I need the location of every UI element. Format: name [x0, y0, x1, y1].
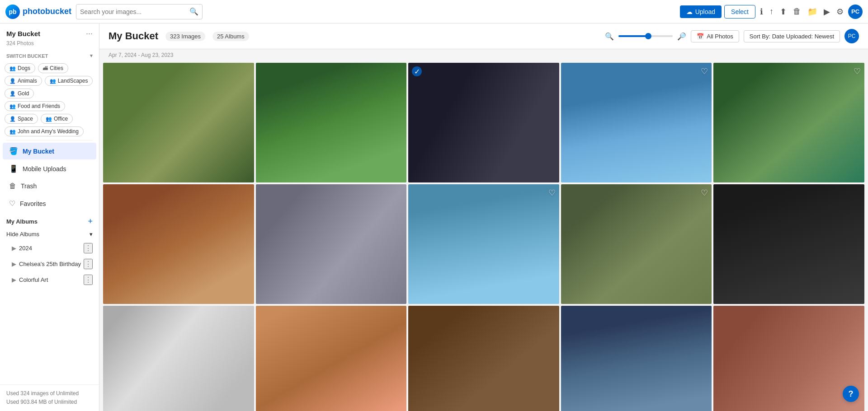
- album-expand-icon: ▶: [12, 276, 16, 283]
- trash-nav-icon: 🗑: [9, 182, 16, 190]
- tag-icon: 🏙: [43, 65, 48, 71]
- album-count-badge: 25 Albums: [212, 32, 249, 41]
- album-more-button[interactable]: ⋮: [84, 243, 93, 253]
- sidebar-item-my-bucket[interactable]: 🪣 My Bucket: [3, 143, 96, 159]
- photo-card[interactable]: ♡: [561, 184, 712, 304]
- photo-card[interactable]: ♡: [408, 184, 559, 304]
- photo-card[interactable]: [256, 63, 407, 182]
- tag-office[interactable]: 👥 Office: [41, 114, 73, 124]
- photo-card[interactable]: ✓: [408, 63, 559, 182]
- hide-albums-toggle[interactable]: Hide Albums ▾: [0, 228, 99, 240]
- photo-card[interactable]: [103, 184, 254, 304]
- info-button[interactable]: ℹ: [758, 5, 765, 19]
- upload-icon: ☁: [686, 8, 693, 15]
- tag-cities[interactable]: 🏙 Cities: [38, 63, 68, 73]
- album-tags-container: 👥 Dogs 🏙 Cities 👤 Animals 👥 LandScapes 👤…: [0, 61, 99, 138]
- bucket-name: My Bucket: [6, 30, 40, 37]
- tag-space[interactable]: 👤 Space: [5, 114, 38, 124]
- folder-button[interactable]: 📁: [806, 5, 819, 19]
- calendar-icon: 📅: [697, 33, 704, 40]
- sidebar-item-mobile-uploads[interactable]: 📱 Mobile Uploads: [3, 160, 96, 177]
- content-user-avatar[interactable]: PC: [844, 29, 859, 43]
- switch-bucket-toggle[interactable]: SWITCH BUCKET ▾: [0, 50, 99, 61]
- photo-card[interactable]: [408, 306, 559, 411]
- sort-button[interactable]: Sort By: Date Uploaded: Newest: [744, 30, 840, 42]
- album-item-2024[interactable]: ▶ 2024 ⋮: [0, 240, 99, 256]
- zoom-slider-track[interactable]: [618, 35, 673, 37]
- tag-landscapes[interactable]: 👥 LandScapes: [45, 76, 93, 86]
- album-more-button[interactable]: ⋮: [84, 275, 93, 285]
- content-header: My Bucket 323 Images 25 Albums 🔍 🔎 📅 All…: [99, 23, 868, 49]
- sidebar: My Bucket ··· 324 Photos SWITCH BUCKET ▾…: [0, 23, 99, 411]
- chevron-down-icon: ▾: [90, 231, 93, 238]
- tag-icon: 👤: [9, 116, 16, 122]
- photo-card[interactable]: ♡: [561, 63, 712, 182]
- tag-icon: 👥: [9, 65, 16, 71]
- top-navigation: pb photobucket 🔍 ☁ Upload Select ℹ ↑ ⬆ 🗑…: [0, 0, 868, 23]
- photo-count: 324 Photos: [0, 40, 99, 50]
- tag-icon: 👥: [9, 103, 16, 109]
- storage-images-text: Used 324 images of Unlimited: [6, 389, 93, 398]
- my-albums-section: My Albums +: [0, 212, 99, 228]
- sidebar-item-trash[interactable]: 🗑 Trash: [3, 178, 96, 194]
- photo-card[interactable]: [103, 63, 254, 182]
- trash-button[interactable]: 🗑: [791, 5, 803, 18]
- zoom-in-icon[interactable]: 🔎: [677, 32, 686, 41]
- album-more-button[interactable]: ⋮: [84, 259, 93, 269]
- image-count-badge: 323 Images: [165, 32, 205, 41]
- search-button[interactable]: 🔍: [189, 7, 198, 16]
- album-item-colorful-art[interactable]: ▶ Colorful Art ⋮: [0, 272, 99, 288]
- zoom-out-icon[interactable]: 🔍: [605, 32, 614, 41]
- cloud-button[interactable]: ⬆: [778, 5, 788, 19]
- photo-heart-icon[interactable]: ♡: [701, 66, 708, 76]
- photo-card[interactable]: [256, 184, 407, 304]
- mobile-icon: 📱: [9, 164, 18, 173]
- photo-card[interactable]: [103, 306, 254, 411]
- tag-icon: 👥: [9, 129, 16, 135]
- album-expand-icon: ▶: [12, 261, 16, 267]
- all-photos-filter-button[interactable]: 📅 All Photos: [691, 30, 739, 42]
- zoom-slider-thumb[interactable]: [645, 33, 651, 39]
- select-button[interactable]: Select: [724, 5, 755, 19]
- photo-card[interactable]: [713, 306, 864, 411]
- upload-button[interactable]: ☁ Upload: [680, 5, 722, 18]
- zoom-slider-container[interactable]: [618, 35, 673, 37]
- tag-icon: 👤: [9, 78, 16, 84]
- album-item-chelseas-birthday[interactable]: ▶ Chelsea's 25th Birthday ⋮: [0, 256, 99, 272]
- sidebar-footer: Used 324 images of Unlimited Used 903.84…: [0, 384, 99, 411]
- help-button[interactable]: ?: [843, 386, 859, 402]
- tag-icon: 👥: [50, 78, 56, 84]
- tag-dogs[interactable]: 👥 Dogs: [5, 63, 35, 73]
- search-bar: 🔍: [76, 4, 203, 19]
- chevron-down-icon: ▾: [90, 53, 93, 59]
- sidebar-header: My Bucket ···: [0, 23, 99, 40]
- tag-icon: 👥: [46, 116, 52, 122]
- tag-food-and-friends[interactable]: 👥 Food and Friends: [5, 101, 65, 111]
- user-avatar[interactable]: PC: [848, 5, 863, 19]
- zoom-slider-fill: [618, 35, 648, 37]
- logo-link[interactable]: pb photobucket: [5, 5, 71, 19]
- play-button[interactable]: ▶: [822, 5, 832, 19]
- photo-heart-icon[interactable]: ♡: [854, 66, 861, 76]
- date-range: Apr 7, 2024 - Aug 23, 2023: [99, 49, 868, 61]
- share-button[interactable]: ↑: [768, 5, 775, 18]
- search-input[interactable]: [80, 8, 189, 15]
- header-actions: 🔍 🔎 📅 All Photos Sort By: Date Uploaded:…: [605, 29, 859, 43]
- photo-grid: ✓♡♡♡♡: [99, 61, 868, 411]
- photo-card[interactable]: [561, 306, 712, 411]
- photo-heart-icon[interactable]: ♡: [701, 188, 708, 198]
- storage-mb-text: Used 903.84 MB of Unlimited: [6, 398, 93, 406]
- sidebar-item-favorites[interactable]: ♡ Favorites: [3, 195, 96, 212]
- bucket-more-button[interactable]: ···: [86, 29, 93, 38]
- nav-actions: ☁ Upload Select ℹ ↑ ⬆ 🗑 📁 ▶ ⚙ PC: [680, 5, 863, 19]
- photo-card[interactable]: [256, 306, 407, 411]
- tag-animals[interactable]: 👤 Animals: [5, 76, 42, 86]
- photo-heart-icon[interactable]: ♡: [548, 188, 556, 198]
- tag-wedding[interactable]: 👥 John and Amy's Wedding: [5, 126, 84, 136]
- add-album-button[interactable]: +: [88, 217, 93, 226]
- settings-button[interactable]: ⚙: [835, 5, 845, 19]
- photo-card[interactable]: [713, 184, 864, 304]
- photo-card[interactable]: ♡: [713, 63, 864, 182]
- tag-gold[interactable]: 👤 Gold: [5, 89, 34, 98]
- logo-icon: pb: [5, 5, 20, 19]
